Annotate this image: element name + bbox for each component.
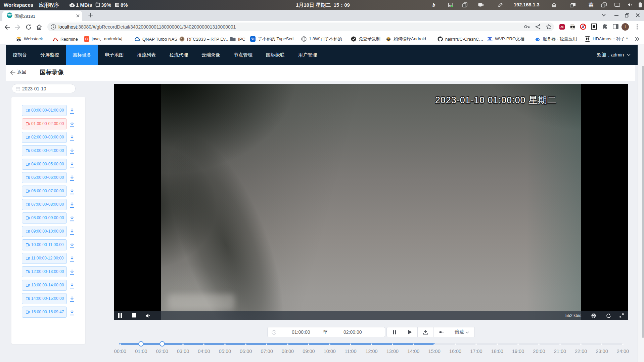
svg-text:WVP-PRO: WVP-PRO [487, 40, 493, 42]
